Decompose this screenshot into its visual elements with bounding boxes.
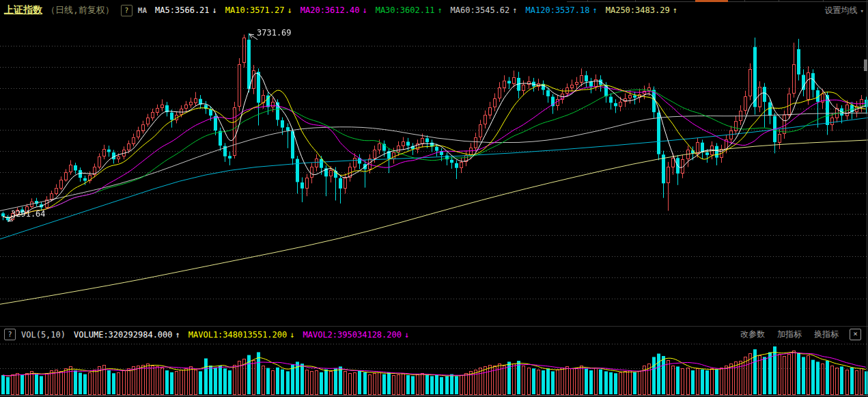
volume-header: ? VOL(5,10) VOLUME:320292984.000↑MAVOL1:…: [0, 326, 868, 342]
scrollbar-thumb[interactable]: [864, 59, 867, 71]
volume-chart-canvas[interactable]: [0, 342, 868, 397]
arrow-up-icon: ↑: [592, 5, 597, 15]
volume-toolbar: 改参数加指标换指标: [728, 329, 839, 340]
help-icon[interactable]: ?: [4, 329, 16, 340]
low-price-label: 3291.64: [11, 209, 46, 219]
chart-mode-label: （日线,前复权）: [46, 4, 114, 16]
close-icon[interactable]: ×: [850, 329, 861, 340]
high-price-marker: 3731.69: [257, 29, 292, 37]
arrow-down-icon: ↓: [212, 5, 217, 15]
ma-indicator: MA250:3483.29↑: [606, 5, 677, 15]
high-price-label: 3731.69: [257, 28, 292, 38]
chart-header: 上证指数 （日线,前复权） ? MA MA5:3566.21↓MA10:3571…: [0, 2, 868, 18]
vol-indicator: MAVOL1:348013551.200↓: [188, 330, 295, 340]
index-title: 上证指数: [4, 4, 42, 16]
arrow-down-icon: ↓: [362, 5, 367, 15]
ma-indicator: MA120:3537.18↑: [526, 5, 598, 15]
vol-indicator: MAVOL2:395034128.200↓: [303, 330, 410, 340]
arrow-up-icon: ↑: [176, 330, 180, 340]
ma-indicator: MA60:3545.62↑: [451, 5, 518, 15]
ma-settings-button[interactable]: 设置均线▾: [825, 5, 864, 16]
arrow-down-icon: ↓: [404, 330, 409, 340]
arrow-down-icon: ↓: [288, 5, 292, 15]
caret-down-icon: ▾: [860, 8, 864, 14]
help-icon[interactable]: ?: [121, 5, 132, 16]
arrow-down-icon: ↓: [290, 330, 294, 340]
arrow-up-icon: ↑: [437, 5, 442, 15]
ma-indicator: MA10:3571.27↓: [225, 5, 292, 15]
vol-indicator-label: VOL(5,10): [21, 330, 66, 340]
volume-toolbar-link[interactable]: 换指标: [814, 329, 839, 340]
price-chart-canvas[interactable]: [0, 19, 868, 326]
low-price-marker: 3291.64: [11, 210, 46, 218]
ma-indicator-list: MA5:3566.21↓MA10:3571.27↓MA20:3612.40↓MA…: [147, 5, 677, 15]
vol-indicator-list: VOLUME:320292984.000↑MAVOL1:348013551.20…: [66, 330, 409, 340]
ma-indicator: MA30:3602.11↑: [376, 5, 443, 15]
ma-settings-label: 设置均线: [825, 5, 858, 15]
ma-indicator: MA20:3612.40↓: [300, 5, 367, 15]
volume-toolbar-link[interactable]: 改参数: [740, 329, 765, 340]
arrow-up-icon: ↑: [512, 5, 517, 15]
vol-indicator: VOLUME:320292984.000↑: [74, 330, 180, 340]
volume-toolbar-link[interactable]: 加指标: [777, 329, 802, 340]
ma-group-label: MA: [138, 6, 147, 15]
ma-indicator: MA5:3566.21↓: [155, 5, 217, 15]
arrow-up-icon: ↑: [673, 5, 677, 15]
